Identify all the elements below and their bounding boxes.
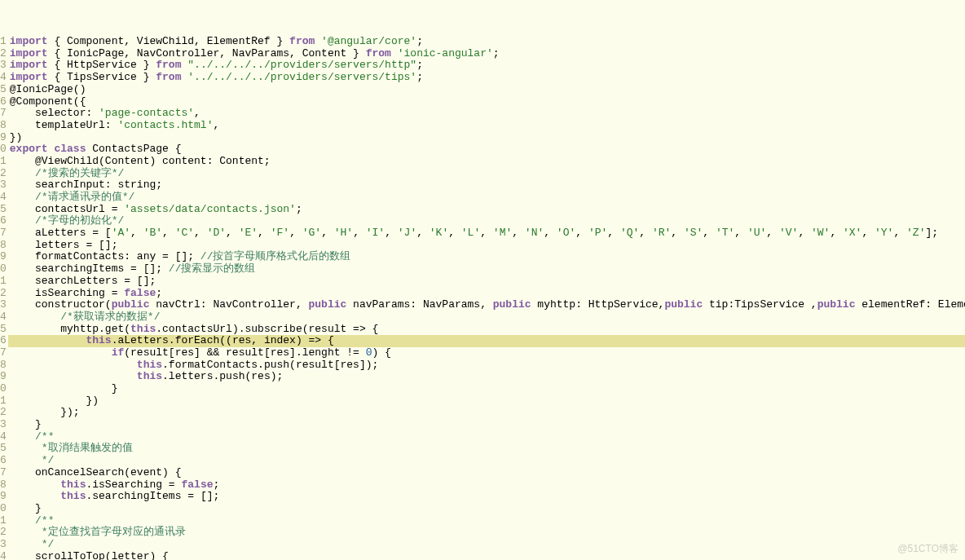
code-line[interactable]: import { TipsService } from '../../../..… <box>8 72 965 84</box>
code-line[interactable]: this.aLetters.forEach((res, index) => { <box>8 335 965 347</box>
code-line[interactable]: myhttp.get(this.contactsUrl).subscribe(r… <box>8 324 965 336</box>
code-line[interactable]: } <box>8 383 965 395</box>
code-line[interactable]: /** <box>8 431 965 443</box>
code-line[interactable]: import { Component, ViewChild, ElementRe… <box>8 36 965 48</box>
code-line[interactable]: isSearching = false; <box>8 288 965 300</box>
line-number: 6 <box>0 96 7 108</box>
line-number: 6 <box>0 335 7 347</box>
line-number: 8 <box>0 120 7 132</box>
line-number: 0 <box>0 263 7 276</box>
code-line[interactable]: }) <box>8 395 965 408</box>
line-number: 8 <box>0 240 7 252</box>
code-line[interactable]: formatContacts: any = []; //按首字母顺序格式化后的数… <box>8 251 965 263</box>
line-number: 6 <box>0 215 7 227</box>
line-number: 9 <box>0 371 7 383</box>
line-number: 6 <box>0 455 7 467</box>
code-line[interactable]: /*获取请求的数据*/ <box>8 311 965 324</box>
code-line[interactable]: onCancelSearch(event) { <box>8 467 965 479</box>
line-number: 1 <box>0 276 7 288</box>
line-number: 3 <box>0 539 7 551</box>
line-number: 1 <box>0 395 7 408</box>
line-number: 5 <box>0 443 7 455</box>
code-line[interactable]: /*搜索的关键字*/ <box>8 168 965 180</box>
line-number: 1 <box>0 36 7 48</box>
code-line[interactable]: searchLetters = []; <box>8 276 965 288</box>
code-line[interactable]: import { IonicPage, NavController, NavPa… <box>8 48 965 60</box>
line-number: 9 <box>0 491 7 503</box>
code-line[interactable]: @ViewChild(Content) content: Content; <box>8 156 965 168</box>
line-number: 4 <box>0 431 7 443</box>
code-line[interactable]: */ <box>8 455 965 467</box>
code-line[interactable]: scrollToTop(letter) { <box>8 551 965 560</box>
line-number: 5 <box>0 204 7 216</box>
line-number: 3 <box>0 299 7 311</box>
line-number: 9 <box>0 132 7 144</box>
line-number: 5 <box>0 84 7 96</box>
code-line[interactable]: contactsUrl = 'assets/data/contacts.json… <box>8 204 965 216</box>
code-line[interactable]: templateUrl: 'contacts.html', <box>8 120 965 132</box>
line-number: 7 <box>0 347 7 359</box>
code-line[interactable]: /*请求通讯录的值*/ <box>8 192 965 204</box>
line-number: 3 <box>0 60 7 72</box>
code-line[interactable]: this.formatContacts.push(result[res]); <box>8 359 965 372</box>
line-number: 4 <box>0 192 7 204</box>
code-line[interactable]: @IonicPage() <box>8 84 965 96</box>
line-number: 0 <box>0 383 7 395</box>
code-line[interactable]: aLetters = ['A', 'B', 'C', 'D', 'E', 'F'… <box>8 227 965 240</box>
code-area[interactable]: import { Component, ViewChild, ElementRe… <box>8 36 965 560</box>
code-line[interactable]: searchInput: string; <box>8 179 965 192</box>
code-line[interactable]: }); <box>8 407 965 419</box>
line-number: 8 <box>0 479 7 492</box>
line-number: 0 <box>0 503 7 515</box>
line-number: 1 <box>0 156 7 168</box>
code-line[interactable]: constructor(public navCtrl: NavControlle… <box>8 299 965 311</box>
code-line[interactable]: if(result[res] && result[res].lenght != … <box>8 347 965 359</box>
watermark-text: @51CTO博客 <box>897 543 958 555</box>
code-line[interactable]: import { HttpService } from "../../../..… <box>8 60 965 72</box>
code-line[interactable]: } <box>8 503 965 515</box>
code-line[interactable]: /*字母的初始化*/ <box>8 215 965 227</box>
line-number: 4 <box>0 72 7 84</box>
line-number: 4 <box>0 311 7 324</box>
line-number: 7 <box>0 227 7 240</box>
line-number: 2 <box>0 288 7 300</box>
code-line[interactable]: this.searchingItems = []; <box>8 491 965 503</box>
line-number: 7 <box>0 108 7 120</box>
line-number: 5 <box>0 324 7 336</box>
code-line[interactable]: */ <box>8 539 965 551</box>
code-line[interactable]: @Component({ <box>8 96 965 108</box>
line-number: 7 <box>0 467 7 479</box>
code-line[interactable]: }) <box>8 132 965 144</box>
line-number: 8 <box>0 359 7 372</box>
code-line[interactable]: export class ContactsPage { <box>8 143 965 156</box>
line-number: 9 <box>0 251 7 263</box>
line-number: 2 <box>0 48 7 60</box>
line-number: 2 <box>0 407 7 419</box>
line-number: 4 <box>0 551 7 560</box>
code-line[interactable]: *定位查找首字母对应的通讯录 <box>8 527 965 539</box>
line-number: 1 <box>0 515 7 527</box>
code-editor: 1234567890123456789012345678901234567890… <box>0 36 965 560</box>
code-line[interactable]: selector: 'page-contacts', <box>8 108 965 120</box>
code-line[interactable]: this.isSearching = false; <box>8 479 965 492</box>
line-number: 3 <box>0 179 7 192</box>
line-number-gutter: 1234567890123456789012345678901234567890… <box>0 36 8 560</box>
line-number: 0 <box>0 143 7 156</box>
code-line[interactable]: searchingItems = []; //搜索显示的数组 <box>8 263 965 276</box>
line-number: 2 <box>0 527 7 539</box>
code-line[interactable]: *取消结果触发的值 <box>8 443 965 455</box>
code-line[interactable]: } <box>8 419 965 431</box>
line-number: 3 <box>0 419 7 431</box>
line-number: 2 <box>0 168 7 180</box>
code-line[interactable]: this.letters.push(res); <box>8 371 965 383</box>
